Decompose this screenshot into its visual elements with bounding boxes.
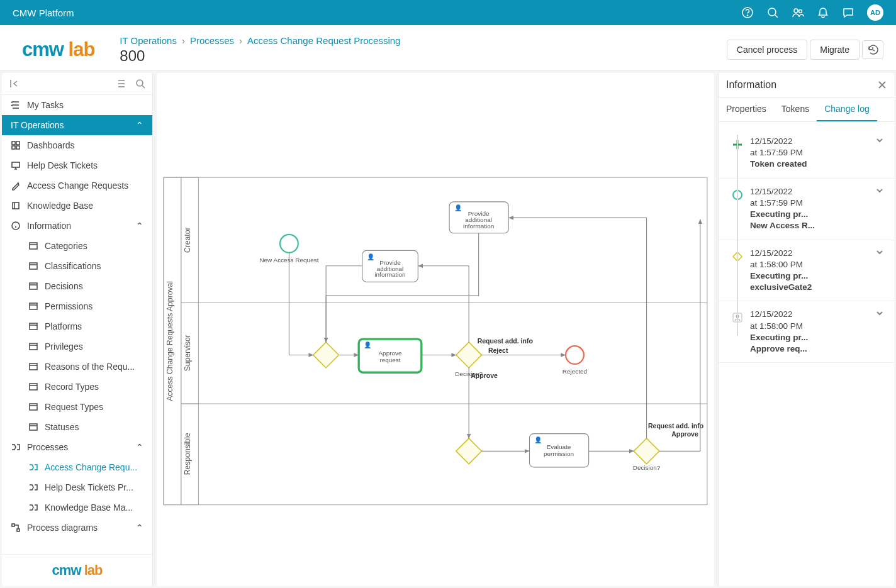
process-icon — [28, 482, 38, 492]
chevron-right-icon: › — [239, 35, 242, 46]
svg-rect-15 — [30, 303, 37, 309]
svg-text:👤: 👤 — [367, 253, 375, 261]
bell-icon[interactable] — [817, 6, 829, 19]
gateway-2[interactable] — [456, 438, 482, 464]
sidebar-subitem-classifications[interactable]: Classifications — [2, 256, 152, 276]
tab-tokens[interactable]: Tokens — [774, 97, 817, 121]
chevron-up-icon: ⌃ — [136, 120, 143, 130]
svg-rect-24 — [164, 177, 707, 505]
chevron-down-icon[interactable] — [875, 248, 888, 259]
svg-text:👤: 👤 — [534, 436, 542, 444]
sidebar-subitem-statuses[interactable]: Statuses — [2, 417, 152, 437]
sidebar-item-label: Processes — [27, 442, 68, 452]
monitor-icon — [11, 160, 21, 170]
sidebar-item-label: Privileges — [45, 341, 83, 352]
sidebar-subitem-decisions[interactable]: Decisions — [2, 276, 152, 296]
gateway-decision-1[interactable] — [456, 342, 482, 368]
sidebar-item-access-change[interactable]: Access Change Requests — [2, 175, 152, 196]
breadcrumb: IT Operations › Processes › Access Chang… — [120, 35, 726, 46]
req-add-info-label: Request add. info — [478, 337, 534, 345]
help-icon[interactable] — [741, 6, 754, 19]
rejected-label: Rejected — [563, 368, 587, 375]
sidebar-item-label: Classifications — [45, 261, 101, 271]
bpmn-diagram[interactable]: Access Change Requests Approval Creator … — [157, 73, 714, 586]
log-entry[interactable]: 12/15/2022 at 1:58:00 PM Executing pr...… — [719, 240, 894, 302]
search-icon[interactable] — [135, 78, 146, 89]
list-icon — [28, 362, 38, 372]
sidebar-item-label: IT Operations — [11, 120, 64, 130]
breadcrumb-item[interactable]: Access Change Request Processing — [247, 35, 400, 46]
chevron-down-icon[interactable] — [875, 186, 888, 197]
pool-label: Access Change Requests Approval — [165, 281, 174, 401]
sidebar-item-diagrams[interactable]: Process diagrams⌃ — [2, 518, 152, 538]
start-event[interactable] — [280, 235, 298, 253]
sidebar-subitem-privileges[interactable]: Privileges — [2, 336, 152, 357]
sidebar-subitem-kb-process[interactable]: Knowledge Base Ma... — [2, 497, 152, 518]
sidebar-subitem-platforms[interactable]: Platforms — [2, 316, 152, 336]
sidebar-item-label: My Tasks — [27, 100, 64, 110]
svg-rect-9 — [16, 146, 20, 149]
sidebar-subitem-help-desk-process[interactable]: Help Desk Tickets Pr... — [2, 477, 152, 497]
svg-rect-7 — [16, 141, 20, 145]
process-icon — [28, 502, 38, 513]
log-title2: exclusiveGate2 — [750, 282, 875, 293]
decision2-label: Decision? — [633, 464, 661, 471]
info-header: Information — [719, 73, 894, 97]
sidebar-subitem-categories[interactable]: Categories — [2, 236, 152, 256]
svg-rect-18 — [30, 363, 37, 370]
log-entry[interactable]: 12/15/2022 at 1:57:59 PM Executing pr...… — [719, 179, 894, 240]
users-icon[interactable] — [792, 6, 804, 19]
list-icon — [28, 301, 38, 311]
sidebar-subitem-access-change-process[interactable]: Access Change Requ... — [2, 457, 152, 477]
sidebar-item-help-desk[interactable]: Help Desk Tickets — [2, 155, 152, 175]
collapse-icon[interactable] — [8, 78, 20, 89]
sidebar-item-label: Information — [27, 221, 71, 231]
close-icon[interactable] — [878, 80, 887, 89]
sidebar-item-processes[interactable]: Processes⌃ — [2, 437, 152, 457]
list-icon — [28, 402, 38, 412]
sidebar-subitem-permissions[interactable]: Permissions — [2, 296, 152, 316]
chat-icon[interactable] — [842, 6, 854, 19]
gateway-1[interactable] — [313, 342, 339, 368]
breadcrumb-item[interactable]: Processes — [190, 35, 234, 46]
sidebar-subitem-record-types[interactable]: Record Types — [2, 377, 152, 397]
tab-properties[interactable]: Properties — [719, 97, 774, 121]
sidebar-item-label: Decisions — [45, 281, 83, 291]
history-icon — [867, 44, 878, 55]
app-title: CMW Platform — [13, 8, 74, 18]
log-entry[interactable]: 12/15/2022 at 1:57:59 PM Token created — [719, 128, 894, 179]
svg-rect-16 — [30, 323, 37, 330]
chevron-down-icon[interactable] — [875, 136, 888, 147]
end-rejected[interactable] — [566, 346, 584, 364]
sidebar-item-my-tasks[interactable]: My Tasks — [2, 95, 152, 115]
cancel-process-button[interactable]: Cancel process — [727, 40, 808, 60]
sidebar-item-label: Knowledge Base — [27, 201, 93, 211]
svg-rect-10 — [12, 162, 20, 167]
avatar[interactable]: AD — [867, 4, 883, 21]
sidebar-item-information[interactable]: Information⌃ — [2, 216, 152, 236]
svg-text:permission: permission — [544, 450, 574, 457]
info-icon — [11, 221, 21, 231]
process-canvas[interactable]: Access Change Requests Approval Creator … — [157, 73, 714, 586]
chevron-down-icon[interactable] — [875, 309, 888, 320]
sidebar-subitem-request-types[interactable]: Request Types — [2, 397, 152, 417]
sidebar-toolbar — [2, 73, 152, 95]
migrate-button[interactable]: Migrate — [810, 40, 860, 60]
info-tabs: Properties Tokens Change log — [719, 97, 894, 122]
sidebar-item-knowledge[interactable]: Knowledge Base — [2, 196, 152, 216]
list-icon — [28, 422, 38, 432]
breadcrumb-item[interactable]: IT Operations — [120, 35, 177, 46]
log-entry[interactable]: 12/15/2022 at 1:58:00 PM Executing pr...… — [719, 301, 894, 363]
sidebar-item-label: Dashboards — [27, 140, 75, 150]
search-icon[interactable] — [766, 6, 779, 19]
log-date: 12/15/2022 — [750, 186, 875, 197]
sidebar-subitem-reasons[interactable]: Reasons of the Requ... — [2, 357, 152, 377]
gateway-decision-2[interactable] — [634, 438, 659, 464]
sidebar-item-dashboards[interactable]: Dashboards — [2, 135, 152, 155]
list-icon[interactable] — [115, 78, 126, 89]
sidebar-item-it-operations[interactable]: IT Operations ⌃ — [2, 115, 152, 135]
reject-label: Reject — [488, 347, 508, 354]
log-date: 12/15/2022 — [750, 309, 875, 320]
history-button[interactable] — [862, 40, 883, 59]
tab-change-log[interactable]: Change log — [817, 97, 877, 121]
